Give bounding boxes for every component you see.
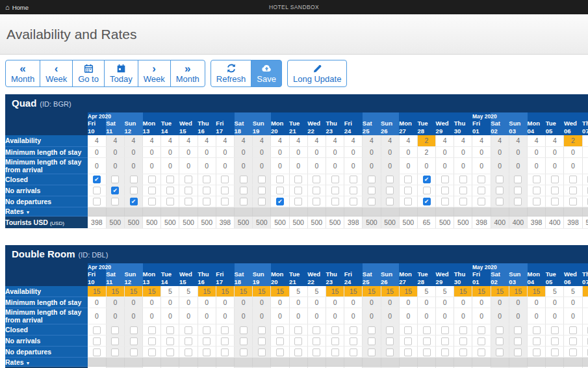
rate-cell[interactable]: 500 bbox=[289, 216, 307, 228]
availability-cell[interactable]: 4 bbox=[307, 135, 326, 146]
min-stay-cell[interactable]: 0 bbox=[198, 297, 216, 308]
no-arrivals-checkbox[interactable] bbox=[551, 337, 559, 345]
min-stay-from-arrival-cell[interactable]: 0 bbox=[582, 157, 588, 174]
min-stay-cell[interactable]: 0 bbox=[326, 297, 344, 308]
closed-checkbox[interactable] bbox=[111, 176, 119, 183]
no-arrivals-checkbox[interactable] bbox=[441, 187, 449, 194]
rate-cell[interactable]: 398 bbox=[344, 216, 363, 228]
closed-checkbox[interactable] bbox=[294, 326, 302, 334]
closed-checkbox[interactable] bbox=[478, 176, 485, 183]
no-departures-checkbox[interactable] bbox=[294, 348, 302, 356]
min-stay-cell[interactable]: 0 bbox=[436, 146, 454, 157]
availability-cell[interactable]: 4 bbox=[88, 135, 106, 146]
no-arrivals-checkbox[interactable] bbox=[130, 187, 138, 194]
closed-checkbox[interactable] bbox=[569, 176, 577, 183]
closed-checkbox[interactable] bbox=[386, 326, 394, 334]
no-departures-checkbox[interactable] bbox=[368, 348, 376, 356]
closed-checkbox[interactable] bbox=[331, 176, 339, 183]
min-stay-cell[interactable]: 0 bbox=[326, 146, 344, 157]
availability-cell[interactable]: 15 bbox=[271, 286, 289, 297]
min-stay-cell[interactable]: 0 bbox=[271, 297, 289, 308]
availability-cell[interactable]: 15 bbox=[491, 286, 509, 297]
min-stay-from-arrival-cell[interactable]: 0 bbox=[216, 157, 234, 174]
min-stay-from-arrival-cell[interactable]: 0 bbox=[564, 157, 582, 174]
no-arrivals-checkbox[interactable] bbox=[350, 187, 357, 194]
min-stay-from-arrival-cell[interactable]: 0 bbox=[289, 157, 307, 174]
closed-checkbox[interactable] bbox=[459, 176, 467, 183]
closed-checkbox[interactable] bbox=[404, 176, 412, 183]
long-update-button[interactable]: Long Update bbox=[287, 60, 347, 87]
no-arrivals-checkbox[interactable] bbox=[111, 337, 119, 345]
min-stay-cell[interactable]: 0 bbox=[344, 146, 363, 157]
min-stay-cell[interactable]: 0 bbox=[528, 297, 546, 308]
closed-checkbox[interactable] bbox=[148, 326, 156, 334]
min-stay-from-arrival-cell[interactable]: 0 bbox=[307, 308, 326, 324]
min-stay-cell[interactable]: 0 bbox=[143, 146, 161, 157]
min-stay-from-arrival-cell[interactable]: 0 bbox=[88, 308, 106, 324]
closed-checkbox[interactable] bbox=[404, 326, 412, 334]
availability-cell[interactable]: 15 bbox=[582, 286, 588, 297]
no-departures-checkbox[interactable] bbox=[459, 198, 467, 205]
rate-cell[interactable]: 500 bbox=[363, 216, 381, 228]
no-arrivals-checkbox[interactable] bbox=[423, 187, 431, 194]
closed-checkbox[interactable] bbox=[514, 176, 522, 183]
min-stay-from-arrival-cell[interactable]: 0 bbox=[198, 157, 216, 174]
min-stay-cell[interactable]: 0 bbox=[564, 297, 582, 308]
min-stay-from-arrival-cell[interactable]: 0 bbox=[546, 157, 564, 174]
no-arrivals-checkbox[interactable] bbox=[404, 187, 412, 194]
no-departures-checkbox[interactable] bbox=[313, 348, 320, 356]
no-departures-checkbox[interactable] bbox=[459, 348, 467, 356]
availability-cell[interactable]: 15 bbox=[472, 286, 491, 297]
closed-checkbox[interactable] bbox=[276, 326, 284, 334]
no-departures-checkbox[interactable] bbox=[111, 198, 119, 205]
closed-checkbox[interactable] bbox=[93, 326, 101, 334]
min-stay-from-arrival-cell[interactable]: 0 bbox=[124, 157, 142, 174]
closed-checkbox[interactable] bbox=[441, 326, 449, 334]
closed-checkbox[interactable] bbox=[276, 176, 284, 183]
min-stay-cell[interactable]: 0 bbox=[472, 146, 491, 157]
closed-checkbox[interactable] bbox=[221, 326, 229, 334]
availability-cell[interactable]: 4 bbox=[491, 135, 509, 146]
rate-cell[interactable]: 500 bbox=[253, 216, 271, 228]
closed-checkbox[interactable] bbox=[258, 176, 266, 183]
min-stay-cell[interactable]: 0 bbox=[399, 297, 417, 308]
no-departures-checkbox[interactable] bbox=[441, 198, 449, 205]
closed-checkbox[interactable] bbox=[368, 326, 376, 334]
min-stay-from-arrival-cell[interactable]: 0 bbox=[436, 308, 454, 324]
closed-checkbox[interactable] bbox=[386, 176, 394, 183]
min-stay-from-arrival-cell[interactable]: 0 bbox=[381, 157, 399, 174]
no-arrivals-checkbox[interactable] bbox=[148, 337, 156, 345]
no-arrivals-checkbox[interactable] bbox=[350, 337, 357, 345]
no-arrivals-checkbox[interactable] bbox=[404, 337, 412, 345]
no-arrivals-checkbox[interactable] bbox=[368, 337, 376, 345]
no-arrivals-checkbox[interactable] bbox=[459, 337, 467, 345]
no-arrivals-checkbox[interactable] bbox=[386, 337, 394, 345]
availability-cell[interactable]: 4 bbox=[161, 135, 179, 146]
next-month-button[interactable]: » Month bbox=[170, 60, 205, 87]
no-departures-checkbox[interactable] bbox=[111, 348, 119, 356]
no-arrivals-checkbox[interactable] bbox=[313, 187, 320, 194]
availability-cell[interactable]: 4 bbox=[363, 135, 381, 146]
no-arrivals-checkbox[interactable] bbox=[459, 187, 467, 194]
min-stay-from-arrival-cell[interactable]: 0 bbox=[564, 308, 582, 324]
availability-cell[interactable]: 15 bbox=[253, 286, 271, 297]
min-stay-from-arrival-cell[interactable]: 0 bbox=[179, 308, 198, 324]
availability-cell[interactable]: 15 bbox=[216, 286, 234, 297]
rate-cell[interactable]: 500 bbox=[436, 216, 454, 228]
rate-cell[interactable]: 398 bbox=[564, 216, 582, 228]
min-stay-cell[interactable]: 0 bbox=[106, 146, 124, 157]
no-arrivals-checkbox[interactable] bbox=[166, 337, 174, 345]
no-departures-checkbox[interactable] bbox=[404, 198, 412, 205]
no-arrivals-checkbox[interactable] bbox=[221, 337, 229, 345]
closed-checkbox[interactable] bbox=[185, 176, 192, 183]
min-stay-from-arrival-cell[interactable]: 0 bbox=[509, 308, 527, 324]
no-arrivals-checkbox[interactable] bbox=[276, 187, 284, 194]
availability-cell[interactable]: 4 bbox=[381, 135, 399, 146]
no-departures-checkbox[interactable] bbox=[514, 348, 522, 356]
min-stay-cell[interactable]: 0 bbox=[491, 146, 509, 157]
no-departures-checkbox[interactable] bbox=[533, 198, 541, 205]
rates-toggle[interactable]: Rates ▼ bbox=[5, 358, 88, 367]
closed-checkbox[interactable] bbox=[533, 176, 541, 183]
no-arrivals-checkbox[interactable] bbox=[496, 187, 504, 194]
availability-cell[interactable]: 4 bbox=[436, 135, 454, 146]
